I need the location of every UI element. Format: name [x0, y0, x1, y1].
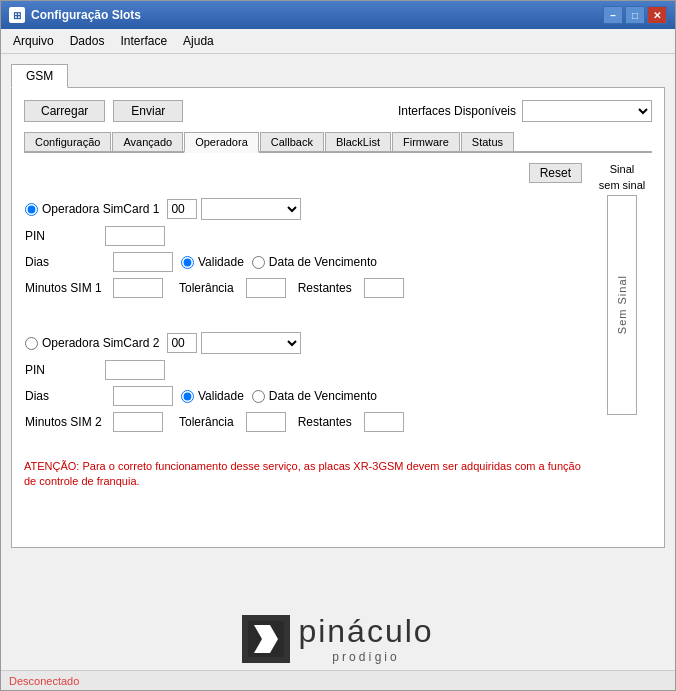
sim2-tolerancia-input[interactable]: [246, 412, 286, 432]
sim2-validade-radio[interactable]: [181, 390, 194, 403]
top-actions: Carregar Enviar Interfaces Disponíveis: [24, 100, 652, 122]
sim1-pin-row: PIN: [25, 226, 581, 246]
sim1-tolerancia-label: Tolerância: [179, 281, 234, 295]
sim2-dias-row: Dias Validade Data de Vencimento: [25, 386, 581, 406]
sim2-restantes-label: Restantes: [298, 415, 352, 429]
sim1-radio[interactable]: [25, 203, 38, 216]
tab-gsm[interactable]: GSM: [11, 64, 68, 88]
sim2-radio[interactable]: [25, 337, 38, 350]
warning-text: ATENÇÃO: Para o correto funcionamento de…: [24, 459, 582, 490]
sim1-validade-label: Validade: [198, 255, 244, 269]
main-window: ⊞ Configuração Slots – □ ✕ Arquivo Dados…: [0, 0, 676, 691]
sim1-minutos-row: Minutos SIM 1 Tolerância Restantes: [25, 278, 581, 298]
sim1-dropdown[interactable]: [201, 198, 301, 220]
close-button[interactable]: ✕: [647, 6, 667, 24]
sim1-minutos-label: Minutos SIM 1: [25, 281, 105, 295]
tab-blacklist[interactable]: BlackList: [325, 132, 391, 151]
sim1-num-input[interactable]: [167, 199, 197, 219]
sim2-datavenc-label: Data de Vencimento: [269, 389, 377, 403]
form-section: Reset Operadora SimCard 1: [24, 163, 582, 490]
status-text: Desconectado: [9, 675, 79, 687]
sim2-minutos-input[interactable]: [113, 412, 163, 432]
signal-label1: Sinal: [610, 163, 634, 175]
sim1-radio-label[interactable]: Operadora SimCard 1: [25, 202, 159, 216]
signal-panel: Sinal sem sinal Sem Sinal: [592, 163, 652, 490]
tab-avancado[interactable]: Avançado: [112, 132, 183, 151]
sim1-validade-radio[interactable]: [181, 256, 194, 269]
tab-status[interactable]: Status: [461, 132, 514, 151]
window-title: Configuração Slots: [31, 8, 603, 22]
logo-icon: [242, 615, 290, 663]
content-area: GSM Carregar Enviar Interfaces Disponíve…: [1, 54, 675, 601]
interfaces-select[interactable]: [522, 100, 652, 122]
sim1-validade-radio-label[interactable]: Validade: [181, 255, 244, 269]
sim1-num-select: [167, 198, 301, 220]
sim1-label: Operadora SimCard 1: [42, 202, 159, 216]
sim1-minutos-input[interactable]: [113, 278, 163, 298]
maximize-button[interactable]: □: [625, 6, 645, 24]
sim1-restantes-input[interactable]: [364, 278, 404, 298]
signal-bar-text: Sem Sinal: [616, 275, 628, 334]
reset-row: Reset: [24, 163, 582, 183]
sim1-pin-input[interactable]: [105, 226, 165, 246]
sim2-pin-row: PIN: [25, 360, 581, 380]
sim2-datavenc-radio-label[interactable]: Data de Vencimento: [252, 389, 377, 403]
menu-ajuda[interactable]: Ajuda: [175, 31, 222, 51]
sim2-tolerancia-label: Tolerância: [179, 415, 234, 429]
sim1-datavenc-radio[interactable]: [252, 256, 265, 269]
tab-operadora[interactable]: Operadora: [184, 132, 259, 153]
sim2-restantes-input[interactable]: [364, 412, 404, 432]
status-bar: Desconectado: [1, 670, 675, 690]
logo-text-wrap: pináculo prodígio: [298, 613, 433, 664]
sim2-minutos-row: Minutos SIM 2 Tolerância Restantes: [25, 412, 581, 432]
panel-body: Reset Operadora SimCard 1: [24, 163, 652, 490]
sim1-tolerancia-input[interactable]: [246, 278, 286, 298]
inner-tab-bar: Configuração Avançado Operadora Callback…: [24, 132, 652, 153]
sim1-datavenc-radio-label[interactable]: Data de Vencimento: [252, 255, 377, 269]
sim2-num-select: [167, 332, 301, 354]
main-panel: Carregar Enviar Interfaces Disponíveis C…: [11, 88, 665, 548]
tab-firmware[interactable]: Firmware: [392, 132, 460, 151]
sim2-dropdown[interactable]: [201, 332, 301, 354]
logo-area: pináculo prodígio: [1, 601, 675, 670]
logo-svg: [248, 621, 284, 657]
carregar-button[interactable]: Carregar: [24, 100, 105, 122]
sim1-group: Operadora SimCard 1 PIN: [24, 191, 582, 311]
minimize-button[interactable]: –: [603, 6, 623, 24]
sim1-dias-label: Dias: [25, 255, 105, 269]
menu-arquivo[interactable]: Arquivo: [5, 31, 62, 51]
sim2-dias-input[interactable]: [113, 386, 173, 406]
sim2-label: Operadora SimCard 2: [42, 336, 159, 350]
menu-dados[interactable]: Dados: [62, 31, 113, 51]
outer-tab-bar: GSM: [11, 64, 665, 88]
sim2-pin-label: PIN: [25, 363, 105, 377]
sim2-validade-label: Validade: [198, 389, 244, 403]
sim1-datavenc-label: Data de Vencimento: [269, 255, 377, 269]
sim2-validade-radio-label[interactable]: Validade: [181, 389, 244, 403]
logo-main-text: pináculo: [298, 613, 433, 650]
sim2-pin-input[interactable]: [105, 360, 165, 380]
sim2-datavenc-radio[interactable]: [252, 390, 265, 403]
menu-interface[interactable]: Interface: [112, 31, 175, 51]
enviar-button[interactable]: Enviar: [113, 100, 183, 122]
sim2-minutos-label: Minutos SIM 2: [25, 415, 105, 429]
logo-container: pináculo prodígio: [242, 613, 433, 664]
window-icon: ⊞: [9, 7, 25, 23]
sim2-group: Operadora SimCard 2 PIN: [24, 325, 582, 445]
logo-sub-text: prodígio: [298, 650, 433, 664]
sim2-header-row: Operadora SimCard 2: [25, 332, 581, 354]
interfaces-group: Interfaces Disponíveis: [398, 100, 652, 122]
reset-button[interactable]: Reset: [529, 163, 582, 183]
sim2-radio-label[interactable]: Operadora SimCard 2: [25, 336, 159, 350]
tab-callback[interactable]: Callback: [260, 132, 324, 151]
menu-bar: Arquivo Dados Interface Ajuda: [1, 29, 675, 54]
tab-configuracao[interactable]: Configuração: [24, 132, 111, 151]
interfaces-label: Interfaces Disponíveis: [398, 104, 516, 118]
sim1-header-row: Operadora SimCard 1: [25, 198, 581, 220]
signal-bar: Sem Sinal: [607, 195, 637, 415]
signal-label2: sem sinal: [599, 179, 645, 191]
sim1-pin-label: PIN: [25, 229, 105, 243]
sim1-restantes-label: Restantes: [298, 281, 352, 295]
sim1-dias-input[interactable]: [113, 252, 173, 272]
sim2-num-input[interactable]: [167, 333, 197, 353]
